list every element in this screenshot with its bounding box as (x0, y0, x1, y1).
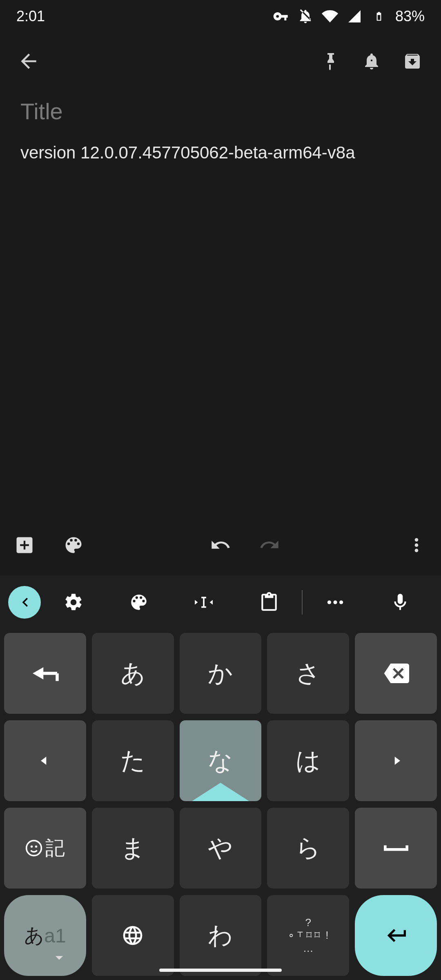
key-space[interactable] (355, 808, 437, 889)
keyboard-toolbar (0, 576, 441, 629)
back-button[interactable] (8, 41, 49, 82)
redo-button (257, 533, 282, 557)
undo-button[interactable] (208, 533, 233, 557)
add-box-button[interactable] (12, 533, 37, 557)
svg-point-6 (35, 846, 38, 848)
svg-point-2 (339, 600, 343, 604)
key-ra[interactable]: ら (267, 808, 349, 889)
bottom-toolbar (0, 523, 441, 568)
keyboard-grid: あ か さ た な は 記 ま (0, 629, 441, 980)
key-emoji[interactable]: 記 (4, 808, 86, 889)
key-reverse-tab[interactable] (4, 633, 86, 714)
title-input[interactable]: Title (20, 98, 421, 125)
key-ha[interactable]: は (267, 720, 349, 801)
key-emoji-label: 記 (45, 835, 65, 861)
kb-voice-button[interactable] (368, 576, 433, 629)
svg-point-5 (31, 846, 33, 848)
dnd-off-icon (297, 8, 314, 24)
svg-point-4 (27, 841, 42, 856)
battery-percent: 83% (395, 8, 425, 25)
body-input[interactable]: version 12.0.07.457705062-beta-arm64-v8a (20, 141, 421, 165)
pin-button[interactable] (310, 41, 351, 82)
nav-bar (0, 931, 441, 980)
wifi-icon (322, 8, 338, 24)
key-cursor-right[interactable] (355, 720, 437, 801)
key-ma[interactable]: ま (92, 808, 174, 889)
signal-icon (346, 8, 363, 24)
status-time: 2:01 (16, 8, 45, 25)
svg-point-1 (333, 600, 337, 604)
kb-clipboard-button[interactable] (236, 576, 302, 629)
svg-point-0 (327, 600, 331, 604)
key-cursor-left[interactable] (4, 720, 86, 801)
note-content[interactable]: Title version 12.0.07.457705062-beta-arm… (0, 90, 441, 173)
palette-button[interactable] (61, 533, 86, 557)
kb-text-select-button[interactable] (171, 576, 236, 629)
more-vert-button[interactable] (404, 533, 429, 557)
kb-theme-button[interactable] (106, 576, 172, 629)
keyboard: あ か さ た な は 記 ま (0, 576, 441, 980)
key-ka[interactable]: か (180, 633, 262, 714)
key-na[interactable]: な (180, 720, 262, 801)
key-backspace[interactable] (355, 633, 437, 714)
status-right: 83% (273, 8, 425, 25)
hide-keyboard-button[interactable] (49, 947, 69, 968)
key-ta[interactable]: た (92, 720, 174, 801)
kb-collapse-toolbar-button[interactable] (8, 586, 41, 619)
app-bar (0, 33, 441, 90)
svg-rect-3 (56, 673, 59, 681)
key-a[interactable]: あ (92, 633, 174, 714)
kb-more-button[interactable] (303, 576, 368, 629)
key-ya[interactable]: や (180, 808, 262, 889)
kb-settings-button[interactable] (41, 576, 106, 629)
status-bar: 2:01 83% (0, 0, 441, 33)
reminder-button[interactable] (351, 41, 392, 82)
battery-icon (371, 8, 387, 24)
nav-pill[interactable] (159, 969, 282, 972)
archive-button[interactable] (392, 41, 433, 82)
vpn-key-icon (273, 8, 289, 24)
key-sa[interactable]: さ (267, 633, 349, 714)
